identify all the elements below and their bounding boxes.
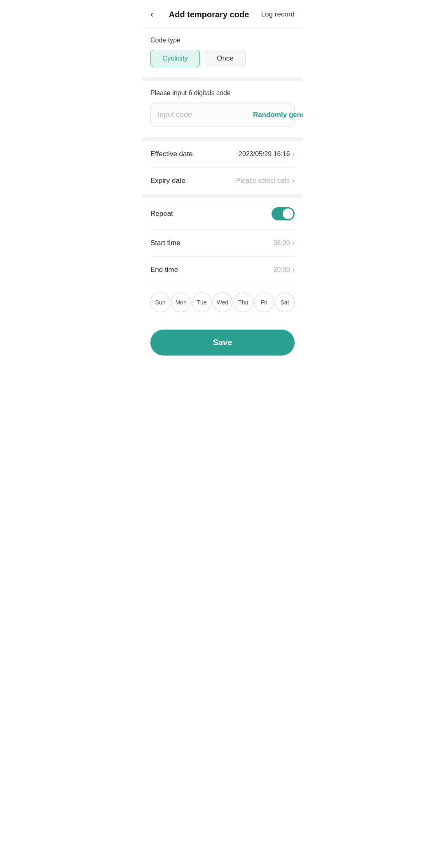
code-type-section: Code type Cyclicity Once: [142, 28, 303, 67]
date-section: Effective date 2023/05/29 16:16 › Expiry…: [142, 141, 303, 194]
day-sun[interactable]: Sun: [150, 292, 170, 312]
header: ‹ Add temporary code Log record: [142, 0, 303, 28]
start-time-label: Start time: [150, 239, 180, 247]
day-wed[interactable]: Wed: [213, 292, 232, 312]
once-button[interactable]: Once: [205, 50, 246, 67]
day-tue[interactable]: Tue: [192, 292, 212, 312]
section-divider-2: [142, 137, 303, 141]
back-button[interactable]: ‹: [150, 7, 157, 21]
effective-date-label: Effective date: [150, 150, 193, 158]
repeat-row: Repeat: [150, 198, 295, 230]
code-type-buttons: Cyclicity Once: [150, 50, 295, 67]
end-time-label: End time: [150, 266, 178, 274]
start-time-value: 08:00 ›: [274, 239, 295, 247]
save-section: Save: [142, 321, 303, 368]
start-time-row[interactable]: Start time 08:00 ›: [150, 230, 295, 257]
end-time-value: 20:00 ›: [274, 266, 295, 274]
day-thu[interactable]: Thu: [233, 292, 253, 312]
code-type-label: Code type: [150, 37, 295, 44]
page-title: Add temporary code: [157, 10, 261, 19]
repeat-toggle[interactable]: [272, 207, 295, 220]
code-input-wrapper: Randomly generated: [150, 103, 295, 127]
day-sat[interactable]: Sat: [275, 292, 295, 312]
code-input[interactable]: [157, 110, 253, 119]
repeat-label: Repeat: [150, 210, 173, 218]
effective-date-row[interactable]: Effective date 2023/05/29 16:16 ›: [150, 141, 295, 168]
end-time-row[interactable]: End time 20:00 ›: [150, 257, 295, 283]
end-time-chevron: ›: [293, 266, 295, 274]
toggle-knob: [283, 208, 293, 219]
randomly-generated-button[interactable]: Randomly generated: [253, 111, 303, 119]
expiry-date-value: Please select date ›: [236, 177, 295, 185]
expiry-date-chevron: ›: [293, 177, 295, 185]
section-divider-1: [142, 77, 303, 81]
expiry-date-label: Expiry date: [150, 177, 185, 185]
code-input-label: Please input 6 digitals code: [150, 89, 295, 97]
log-record-button[interactable]: Log record: [261, 10, 295, 19]
day-mon[interactable]: Mon: [171, 292, 191, 312]
save-button[interactable]: Save: [150, 330, 295, 356]
expiry-date-row[interactable]: Expiry date Please select date ›: [150, 168, 295, 194]
start-time-chevron: ›: [293, 239, 295, 247]
effective-date-chevron: ›: [293, 150, 295, 158]
repeat-section: Repeat Start time 08:00 › End time 20:00…: [142, 194, 303, 321]
code-input-section: Please input 6 digitals code Randomly ge…: [142, 81, 303, 127]
cyclicity-button[interactable]: Cyclicity: [150, 50, 200, 67]
effective-date-value: 2023/05/29 16:16 ›: [239, 150, 295, 158]
day-fri[interactable]: Fri: [254, 292, 274, 312]
days-row: Sun Mon Tue Wed Thu Fri Sat: [150, 283, 295, 321]
